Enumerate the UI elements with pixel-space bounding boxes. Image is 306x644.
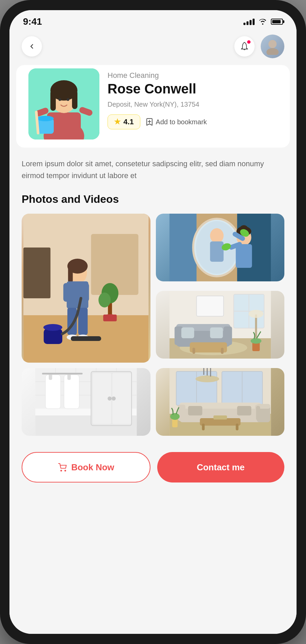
back-button[interactable]	[22, 36, 42, 57]
svg-rect-26	[103, 315, 117, 321]
svg-rect-65	[181, 327, 194, 338]
svg-rect-103	[210, 368, 211, 377]
svg-point-115	[170, 413, 180, 420]
user-avatar[interactable]	[261, 35, 284, 58]
svg-rect-118	[256, 406, 260, 420]
status-icons	[243, 18, 283, 25]
profile-meta: ★ 4.1 Add to bookmark	[108, 114, 278, 129]
svg-rect-108	[188, 406, 202, 415]
status-time: 9:41	[23, 16, 42, 27]
top-nav	[9, 30, 297, 65]
svg-rect-68	[192, 348, 195, 354]
svg-rect-37	[44, 329, 62, 344]
notification-button[interactable]	[234, 36, 255, 57]
profile-image	[28, 68, 99, 139]
svg-point-73	[251, 338, 261, 344]
svg-point-45	[210, 228, 223, 243]
rating-value: 4.1	[123, 117, 134, 126]
svg-rect-9	[50, 90, 56, 111]
svg-rect-39	[71, 336, 101, 341]
book-now-button[interactable]: Book Now	[22, 452, 150, 482]
svg-point-11	[58, 98, 61, 101]
photos-grid	[22, 214, 284, 436]
profile-info: Home Cleaning Rose Conwell Deposit, New …	[108, 68, 278, 129]
photo-item-5	[156, 368, 285, 436]
svg-rect-113	[213, 415, 227, 420]
svg-point-38	[43, 324, 62, 331]
battery-icon	[271, 19, 283, 25]
service-category: Home Cleaning	[108, 71, 278, 80]
svg-rect-32	[82, 283, 89, 302]
description-section: Lorem ipsum dolor sit amet, consetetur s…	[9, 148, 297, 185]
svg-rect-111	[202, 424, 205, 430]
contact-me-label: Contact me	[197, 462, 245, 473]
svg-rect-29	[68, 266, 73, 283]
signal-bars-icon	[243, 18, 255, 25]
svg-point-24	[98, 293, 111, 307]
photo-svg-4	[22, 368, 150, 436]
provider-image-svg	[28, 68, 99, 139]
bookmark-icon	[146, 118, 153, 126]
svg-rect-84	[45, 375, 61, 409]
svg-rect-66	[210, 327, 223, 338]
svg-point-120	[64, 470, 66, 472]
photos-section: Photos and Videos	[9, 185, 297, 444]
cart-icon	[58, 463, 67, 472]
svg-point-93	[112, 396, 116, 401]
svg-point-71	[249, 310, 263, 318]
svg-point-101	[195, 375, 219, 382]
svg-point-92	[108, 396, 112, 401]
svg-point-119	[60, 470, 62, 472]
svg-point-1	[266, 48, 279, 55]
book-now-label: Book Now	[71, 462, 114, 473]
svg-point-14	[37, 116, 54, 121]
avatar-image	[261, 35, 284, 58]
photo-svg-1	[22, 214, 150, 363]
notification-dot	[246, 40, 251, 44]
svg-rect-21	[23, 248, 50, 298]
svg-rect-31	[63, 283, 70, 302]
profile-card: Home Cleaning Rose Conwell Deposit, New …	[16, 65, 290, 148]
svg-rect-50	[236, 244, 252, 268]
svg-rect-46	[210, 241, 223, 262]
bottom-actions: Book Now Contact me	[9, 444, 297, 496]
svg-rect-86	[64, 375, 79, 409]
svg-rect-69	[221, 348, 223, 354]
photos-section-title: Photos and Videos	[22, 193, 284, 206]
svg-rect-70	[255, 315, 257, 338]
phone-screen: 9:41	[9, 10, 297, 634]
photo-svg-2	[156, 214, 285, 281]
photo-item-1	[22, 214, 150, 363]
photo-item-2	[156, 214, 285, 281]
photo-item-4	[22, 368, 150, 436]
bookmark-label: Add to bookmark	[156, 118, 207, 126]
svg-rect-102	[203, 368, 204, 375]
svg-rect-74	[196, 296, 223, 316]
svg-rect-106	[178, 405, 185, 421]
svg-rect-109	[237, 406, 251, 415]
star-icon: ★	[114, 117, 121, 126]
svg-point-12	[67, 98, 69, 101]
wifi-icon	[259, 19, 267, 25]
phone-frame: 9:41	[0, 0, 306, 644]
svg-rect-10	[72, 90, 77, 109]
provider-name: Rose Conwell	[108, 81, 278, 96]
svg-point-0	[268, 40, 277, 48]
photo-svg-3	[156, 291, 285, 359]
screen-content[interactable]: Home Cleaning Rose Conwell Deposit, New …	[9, 30, 297, 634]
description-text: Lorem ipsum dolor sit amet, consetetur s…	[22, 158, 284, 181]
photo-svg-5	[156, 368, 285, 436]
status-bar: 9:41	[9, 10, 297, 30]
svg-rect-34	[78, 308, 88, 335]
nav-right	[234, 35, 284, 58]
contact-me-button[interactable]: Contact me	[157, 452, 285, 482]
provider-location: Deposit, New York(NY), 13754	[108, 100, 278, 109]
rating-badge: ★ 4.1	[108, 114, 140, 129]
svg-rect-88	[42, 373, 83, 374]
svg-rect-112	[236, 424, 238, 430]
bookmark-button[interactable]: Add to bookmark	[146, 118, 207, 126]
svg-rect-64	[223, 326, 232, 345]
photo-item-3	[156, 291, 285, 359]
